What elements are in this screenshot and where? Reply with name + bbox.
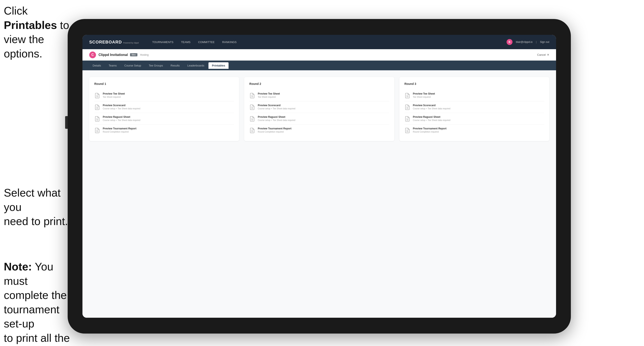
print-item-name-r2-4: Preview Tournament Report bbox=[258, 127, 389, 130]
tab-course-setup[interactable]: Course Setup bbox=[121, 62, 144, 69]
round-2-section: Round 2 Preview Tee SheetTee Sheet requi… bbox=[244, 77, 394, 141]
print-item-sub-r3-1: Tee Sheet required bbox=[413, 96, 544, 98]
print-item-r1-2[interactable]: Preview ScorecardCourse setup + Tee Shee… bbox=[94, 101, 234, 113]
print-item-name-r1-3: Preview Raguzzi Sheet bbox=[103, 116, 234, 118]
round-2-title: Round 2 bbox=[249, 82, 389, 85]
print-item-sub-r1-3: Course setup + Tee Sheet data required bbox=[103, 119, 234, 121]
print-item-r2-2[interactable]: Preview ScorecardCourse setup + Tee Shee… bbox=[249, 101, 389, 113]
tab-printables[interactable]: Printables bbox=[208, 62, 228, 69]
tournament-name: Clippd Invitational bbox=[98, 53, 128, 57]
app-logo: SCOREBOARD Powered by clippd bbox=[89, 40, 139, 44]
print-item-sub-r2-2: Course setup + Tee Sheet data required bbox=[258, 107, 389, 110]
main-content: Round 1 Preview Tee SheetTee Sheet requi… bbox=[82, 70, 556, 318]
nav-teams[interactable]: TEAMS bbox=[178, 39, 194, 45]
print-item-sub-r2-1: Tee Sheet required bbox=[258, 96, 389, 98]
document-icon bbox=[404, 93, 410, 99]
document-icon bbox=[94, 116, 100, 122]
tablet-side-button bbox=[65, 116, 68, 129]
print-item-name-r3-3: Preview Raguzzi Sheet bbox=[413, 116, 544, 118]
tournament-status: Hosting bbox=[140, 53, 149, 56]
print-item-sub-r2-3: Course setup + Tee Sheet data required bbox=[258, 119, 389, 121]
print-item-r2-4[interactable]: Preview Tournament ReportRound Completio… bbox=[249, 125, 389, 136]
print-item-sub-r1-4: Round Completion required bbox=[103, 131, 234, 133]
round-1-title: Round 1 bbox=[94, 82, 234, 85]
app-logo-sub: Powered by clippd bbox=[123, 42, 139, 44]
main-nav: TOURNAMENTS TEAMS COMMITTEE RANKINGS bbox=[149, 39, 506, 45]
print-item-name-r2-2: Preview Scorecard bbox=[258, 104, 389, 107]
document-icon bbox=[249, 116, 255, 122]
document-icon bbox=[94, 93, 100, 99]
print-item-name-r2-3: Preview Raguzzi Sheet bbox=[258, 116, 389, 118]
document-icon bbox=[249, 128, 255, 133]
instruction-bottom: Note: You mustcomplete thetournament set… bbox=[4, 260, 76, 346]
print-item-r1-1[interactable]: Preview Tee SheetTee Sheet required bbox=[94, 90, 234, 101]
nav-tournaments[interactable]: TOURNAMENTS bbox=[149, 39, 177, 45]
tab-tee-groups[interactable]: Tee Groups bbox=[146, 62, 166, 69]
print-item-sub-r1-2: Course setup + Tee Sheet data required bbox=[103, 107, 234, 110]
document-icon bbox=[94, 128, 100, 133]
app-logo-text: SCOREBOARD bbox=[89, 40, 122, 44]
document-icon bbox=[404, 116, 410, 122]
tab-details[interactable]: Details bbox=[89, 62, 104, 69]
tablet-screen: SCOREBOARD Powered by clippd TOURNAMENTS… bbox=[82, 35, 556, 318]
round-1-section: Round 1 Preview Tee SheetTee Sheet requi… bbox=[89, 77, 239, 141]
print-item-name-r1-4: Preview Tournament Report bbox=[103, 127, 234, 130]
nav-rankings[interactable]: RANKINGS bbox=[219, 39, 240, 45]
instruction-middle: Select what youneed to print. bbox=[4, 186, 76, 229]
tab-nav: Details Teams Course Setup Tee Groups Re… bbox=[82, 61, 556, 70]
print-item-sub-r3-4: Round Completion required bbox=[413, 131, 544, 133]
rounds-container: Round 1 Preview Tee SheetTee Sheet requi… bbox=[89, 77, 549, 141]
print-item-sub-r2-4: Round Completion required bbox=[258, 131, 389, 133]
print-item-sub-r3-3: Course setup + Tee Sheet data required bbox=[413, 119, 544, 121]
nav-committee[interactable]: COMMITTEE bbox=[195, 39, 218, 45]
print-item-sub-r3-2: Course setup + Tee Sheet data required bbox=[413, 107, 544, 110]
print-item-name-r1-1: Preview Tee Sheet bbox=[103, 92, 234, 95]
print-item-r1-4[interactable]: Preview Tournament ReportRound Completio… bbox=[94, 125, 234, 136]
user-email: blair@clippd.io bbox=[516, 40, 532, 43]
document-icon bbox=[94, 104, 100, 110]
print-item-r2-1[interactable]: Preview Tee SheetTee Sheet required bbox=[249, 90, 389, 101]
user-avatar: B bbox=[506, 39, 512, 45]
print-item-r1-3[interactable]: Preview Raguzzi SheetCourse setup + Tee … bbox=[94, 113, 234, 125]
tab-results[interactable]: Results bbox=[167, 62, 183, 69]
print-item-r2-3[interactable]: Preview Raguzzi SheetCourse setup + Tee … bbox=[249, 113, 389, 125]
document-icon bbox=[249, 93, 255, 99]
tournament-header: C Clippd Invitational Men Hosting Cancel… bbox=[82, 49, 556, 61]
print-item-name-r3-2: Preview Scorecard bbox=[413, 104, 544, 107]
tab-leaderboards[interactable]: Leaderboards bbox=[184, 62, 208, 69]
sign-out-link[interactable]: Sign out bbox=[540, 40, 549, 43]
print-item-name-r2-1: Preview Tee Sheet bbox=[258, 92, 389, 95]
cancel-button[interactable]: Cancel ✕ bbox=[537, 53, 549, 56]
print-item-r3-2[interactable]: Preview ScorecardCourse setup + Tee Shee… bbox=[404, 101, 544, 113]
print-item-name-r3-4: Preview Tournament Report bbox=[413, 127, 544, 130]
tournament-badge: Men bbox=[130, 53, 138, 56]
instruction-top: Click Printables toview the options. bbox=[4, 4, 72, 61]
print-item-name-r1-2: Preview Scorecard bbox=[103, 104, 234, 107]
print-item-name-r3-1: Preview Tee Sheet bbox=[413, 92, 544, 95]
round-3-title: Round 3 bbox=[404, 82, 544, 85]
tablet-frame: SCOREBOARD Powered by clippd TOURNAMENTS… bbox=[68, 19, 571, 334]
print-item-r3-1[interactable]: Preview Tee SheetTee Sheet required bbox=[404, 90, 544, 101]
print-item-r3-4[interactable]: Preview Tournament ReportRound Completio… bbox=[404, 125, 544, 136]
document-icon bbox=[404, 128, 410, 133]
tab-teams[interactable]: Teams bbox=[105, 62, 120, 69]
round-3-section: Round 3 Preview Tee SheetTee Sheet requi… bbox=[400, 77, 549, 141]
print-item-sub-r1-1: Tee Sheet required bbox=[103, 96, 234, 98]
app-header: SCOREBOARD Powered by clippd TOURNAMENTS… bbox=[82, 35, 556, 49]
document-icon bbox=[249, 104, 255, 110]
header-right: B blair@clippd.io | Sign out bbox=[506, 39, 549, 45]
document-icon bbox=[404, 104, 410, 110]
print-item-r3-3[interactable]: Preview Raguzzi SheetCourse setup + Tee … bbox=[404, 113, 544, 125]
tournament-logo: C bbox=[89, 51, 96, 58]
